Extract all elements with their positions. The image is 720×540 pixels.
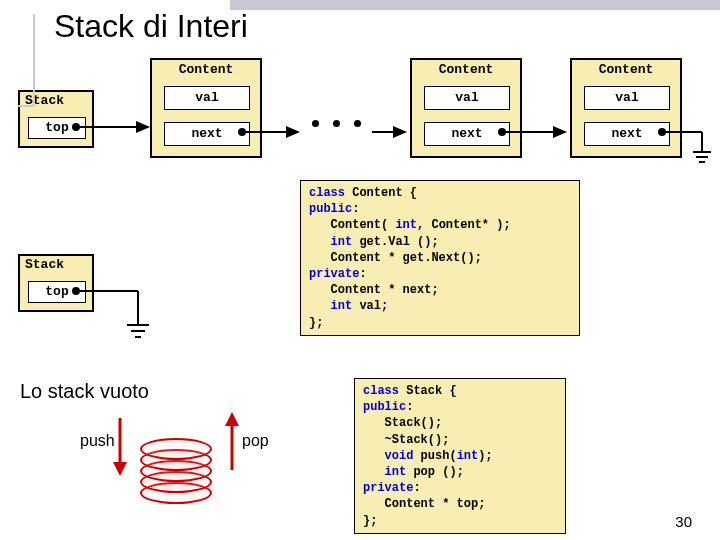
pointer-dot (658, 128, 666, 136)
pointer-dot (498, 128, 506, 136)
content-node-2: Content val next (410, 58, 522, 158)
code-content-class: class Content { public: Content( int, Co… (300, 180, 580, 336)
stack-box-empty: Stack top (18, 254, 94, 312)
page-title: Stack di Interi (54, 8, 248, 45)
next-field: next (164, 122, 250, 146)
next-field: next (584, 122, 670, 146)
stack-label: Stack (25, 93, 64, 108)
content-label: Content (572, 60, 680, 77)
content-label: Content (152, 60, 260, 77)
val-field: val (584, 86, 670, 110)
decorative-band (230, 0, 720, 10)
ellipsis-dots (312, 120, 361, 127)
stack-box-main: Stack top (18, 90, 94, 148)
content-node-3: Content val next (570, 58, 682, 158)
push-label: push (80, 432, 115, 450)
content-node-1: Content val next (150, 58, 262, 158)
stack-label: Stack (25, 257, 64, 272)
slide-number: 30 (675, 513, 692, 530)
code-stack-class: class Stack { public: Stack(); ~Stack();… (354, 378, 566, 534)
pop-label: pop (242, 432, 269, 450)
empty-stack-label: Lo stack vuoto (20, 380, 149, 403)
val-field: val (164, 86, 250, 110)
content-label: Content (412, 60, 520, 77)
pointer-dot (72, 123, 80, 131)
pointer-dot (238, 128, 246, 136)
next-field: next (424, 122, 510, 146)
val-field: val (424, 86, 510, 110)
pointer-dot (72, 287, 80, 295)
